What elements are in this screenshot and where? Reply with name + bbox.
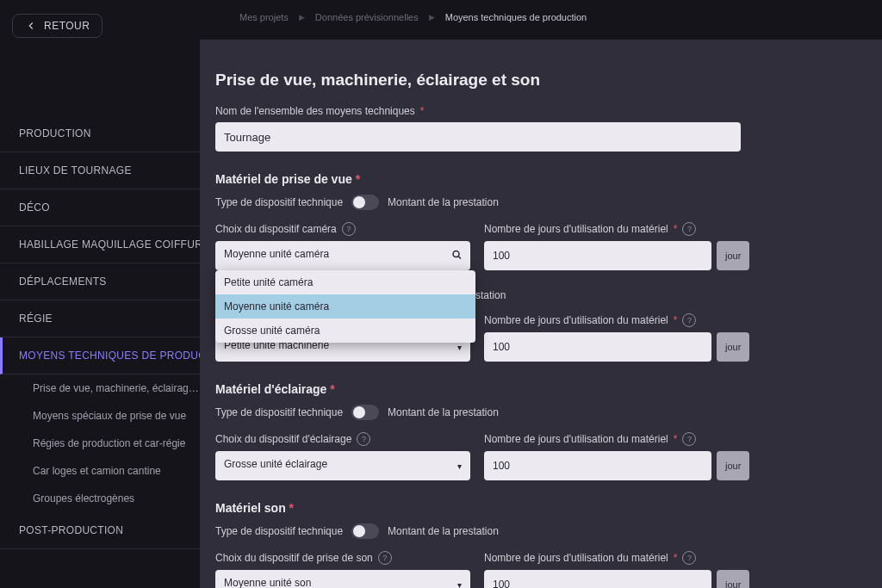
sidebar-item-habillage[interactable]: HABILLAGE MAQUILLAGE COIFFURE: [0, 226, 200, 263]
form-content: Prise de vue, machinerie, éclairage et s…: [200, 40, 882, 588]
camera-choice-label: Choix du dispositif caméra: [215, 223, 337, 235]
chevron-down-icon: ▾: [457, 343, 462, 352]
toggle-left-label: Type de dispositif technique: [215, 196, 343, 208]
days-label: Nombre de jours d'utilisation du matérie…: [484, 223, 668, 235]
breadcrumb: Mes projets ▶ Données prévisionnelles ▶ …: [200, 0, 882, 22]
machinerie-days-input[interactable]: [484, 332, 711, 362]
section-eclairage-title: Matériel d'éclairage *: [215, 382, 841, 396]
breadcrumb-item[interactable]: Données prévisionnelles: [315, 12, 419, 22]
son-toggle[interactable]: [351, 523, 379, 539]
chevron-right-icon: ▶: [429, 13, 435, 22]
partial-covered-text: station: [475, 289, 506, 301]
days-unit: jour: [717, 241, 749, 270]
sidebar-item-deco[interactable]: DÉCO: [0, 189, 200, 226]
help-icon[interactable]: ?: [682, 222, 696, 236]
eclairage-toggle[interactable]: [351, 405, 379, 420]
required-marker: *: [420, 105, 425, 117]
camera-option[interactable]: Moyenne unité caméra: [215, 294, 475, 319]
eclairage-select[interactable]: Grosse unité éclairage ▾: [215, 451, 470, 480]
help-icon[interactable]: ?: [682, 432, 696, 446]
name-input[interactable]: [215, 122, 741, 152]
toggle-left-label: Type de dispositif technique: [215, 406, 343, 418]
sidebar: RETOUR PRODUCTION LIEUX DE TOURNAGE DÉCO…: [0, 0, 200, 588]
eclairage-toggle-row: Type de dispositif technique Montant de …: [215, 405, 841, 420]
chevron-right-icon: ▶: [299, 13, 305, 22]
eclairage-select-value: Grosse unité éclairage: [224, 458, 327, 470]
help-icon[interactable]: ?: [682, 313, 696, 327]
days-label: Nombre de jours d'utilisation du matérie…: [484, 314, 668, 326]
son-select-value: Moyenne unité son: [224, 577, 311, 588]
sidebar-item-post-production[interactable]: POST-PRODUCTION: [0, 512, 200, 549]
sidebar-item-moyens-techniques[interactable]: MOYENS TECHNIQUES DE PRODUCTION: [0, 337, 200, 374]
chevron-down-icon: ▾: [457, 461, 462, 471]
breadcrumb-item[interactable]: Mes projets: [239, 12, 289, 22]
section-son-title: Matériel son *: [215, 501, 841, 515]
camera-option[interactable]: Petite unité caméra: [215, 270, 475, 294]
breadcrumb-current: Moyens techniques de production: [445, 12, 587, 22]
camera-dropdown-list: Petite unité caméra Moyenne unité caméra…: [215, 270, 475, 343]
sidebar-sub-prise-de-vue[interactable]: Prise de vue, machinerie, éclairage et s…: [0, 374, 200, 402]
son-toggle-row: Type de dispositif technique Montant de …: [215, 523, 841, 539]
days-label: Nombre de jours d'utilisation du matérie…: [484, 552, 668, 564]
toggle-right-label: Montant de la prestation: [388, 406, 499, 418]
sidebar-sub-groupes-electrogenes[interactable]: Groupes électrogènes: [0, 485, 200, 512]
son-days-input[interactable]: [484, 570, 711, 588]
sidebar-item-deplacements[interactable]: DÉPLACEMENTS: [0, 263, 200, 300]
help-icon[interactable]: ?: [378, 551, 392, 565]
son-choice-label: Choix du dispositif de prise de son: [215, 552, 373, 564]
eclairage-choice-label: Choix du dispositif d'éclairage: [215, 433, 351, 445]
camera-option[interactable]: Grosse unité caméra: [215, 319, 475, 343]
help-icon[interactable]: ?: [342, 222, 356, 236]
main-area: Mes projets ▶ Données prévisionnelles ▶ …: [200, 0, 882, 588]
toggle-right-label: Montant de la prestation: [388, 196, 499, 208]
chevron-down-icon: ▾: [457, 580, 462, 589]
arrow-left-icon: [25, 20, 37, 32]
toggle-right-label: Montant de la prestation: [388, 525, 499, 537]
name-label: Nom de l'ensemble des moyens techniques: [215, 105, 415, 117]
camera-select[interactable]: Moyenne unité caméra: [215, 241, 470, 270]
camera-select-value: Moyenne unité caméra: [224, 248, 329, 260]
help-icon[interactable]: ?: [357, 432, 370, 446]
eclairage-days-input[interactable]: [484, 451, 711, 480]
svg-line-1: [458, 257, 461, 259]
help-icon[interactable]: ?: [682, 551, 696, 565]
section-camera-title: Matériel de prise de vue *: [215, 172, 841, 186]
back-label: RETOUR: [44, 20, 90, 32]
days-unit: jour: [717, 451, 749, 480]
search-icon: [451, 250, 462, 263]
sidebar-item-regie[interactable]: RÉGIE: [0, 300, 200, 337]
camera-toggle-row: Type de dispositif technique Montant de …: [215, 195, 841, 210]
toggle-left-label: Type de dispositif technique: [215, 525, 343, 537]
sidebar-nav: PRODUCTION LIEUX DE TOURNAGE DÉCO HABILL…: [0, 115, 200, 549]
sidebar-item-production[interactable]: PRODUCTION: [0, 115, 200, 152]
sidebar-item-lieux[interactable]: LIEUX DE TOURNAGE: [0, 152, 200, 189]
camera-days-input[interactable]: [484, 241, 711, 270]
sidebar-sub-regies-production[interactable]: Régies de production et car-régie: [0, 430, 200, 457]
sidebar-sub-moyens-speciaux[interactable]: Moyens spéciaux de prise de vue: [0, 402, 200, 430]
days-unit: jour: [717, 332, 749, 362]
sidebar-sub-car-loges[interactable]: Car loges et camion cantine: [0, 457, 200, 485]
svg-point-0: [453, 251, 459, 257]
page-title: Prise de vue, machinerie, éclairage et s…: [215, 71, 841, 90]
days-unit: jour: [717, 570, 749, 588]
son-select[interactable]: Moyenne unité son ▾: [215, 570, 470, 588]
days-label: Nombre de jours d'utilisation du matérie…: [484, 433, 668, 445]
back-button[interactable]: RETOUR: [12, 14, 102, 38]
camera-toggle[interactable]: [351, 195, 379, 210]
